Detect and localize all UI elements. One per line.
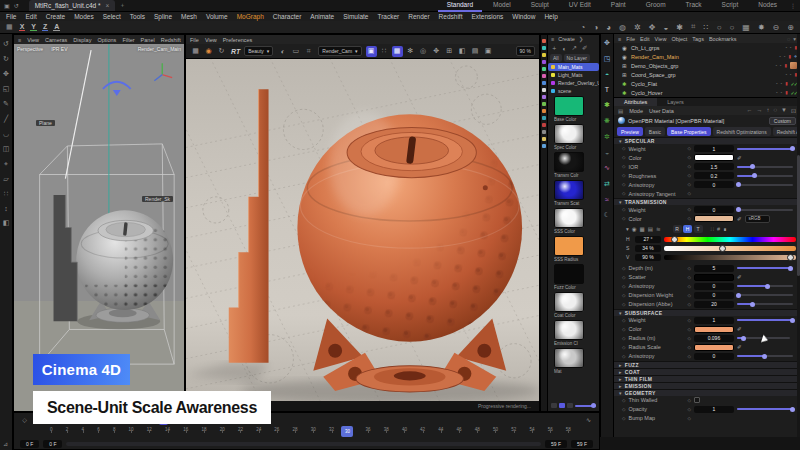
texture-eyedropper-icon[interactable]: ✐ xyxy=(737,155,742,161)
menu-item[interactable]: Mesh xyxy=(181,13,197,20)
property-tab[interactable]: Basic xyxy=(645,127,665,136)
channel-value-field[interactable]: 27 ° xyxy=(635,236,661,243)
menu-item[interactable]: Simulate xyxy=(343,13,368,20)
color-swatch[interactable] xyxy=(694,344,734,351)
texture-eyedropper-icon[interactable]: ✐ xyxy=(737,216,742,222)
value-field[interactable]: 0 xyxy=(694,283,734,290)
material-layer[interactable]: scene xyxy=(548,87,599,95)
zoom-level-field[interactable]: 90 % xyxy=(516,46,535,56)
objects-menu-item[interactable]: View xyxy=(655,36,667,42)
anim-diamond-icon[interactable]: ◇ xyxy=(622,318,625,323)
hex-input-icon[interactable]: # xyxy=(717,226,720,232)
move-tool-icon[interactable]: ✥ xyxy=(3,70,9,78)
range-start2-field[interactable]: 0 F xyxy=(43,440,62,448)
channel-value-field[interactable]: 34 % xyxy=(635,245,661,252)
render-dot-icon[interactable]: ▪ xyxy=(790,45,791,50)
menu-item[interactable]: Render xyxy=(408,13,429,20)
color-wheel-icon[interactable]: ◉ xyxy=(632,226,637,232)
compact-view-icon[interactable]: ∎ xyxy=(723,226,727,232)
anim-diamond-icon[interactable]: ◇ xyxy=(622,345,625,350)
axis-lock-button[interactable]: Y xyxy=(30,23,37,31)
render-dot-icon[interactable]: ▪ xyxy=(784,54,785,59)
object-tree-row[interactable]: ✱ Cyclo_Flat ▪ ▪ ▮ ✓✓ ⌖ xyxy=(614,79,800,88)
anim-diamond-icon[interactable]: ◇ xyxy=(622,266,625,271)
anim-diamond-icon[interactable]: ◇ xyxy=(622,207,625,212)
range-end-field[interactable]: 59 F xyxy=(545,440,567,448)
workspace-tab[interactable]: Paint xyxy=(602,0,635,12)
collapsed-section-header[interactable]: ▸ THIN FILM xyxy=(614,375,800,382)
material-swatch[interactable]: Spec Color xyxy=(548,123,599,151)
close-tab-icon[interactable]: × xyxy=(105,2,109,9)
anim-diamond-icon[interactable]: ◇ xyxy=(622,327,625,332)
value-field[interactable]: 0 xyxy=(694,181,734,188)
property-tab[interactable]: Preview xyxy=(617,127,643,136)
layer-bar-icon[interactable]: ▮ xyxy=(785,63,787,68)
anim-diamond-icon[interactable]: ◇ xyxy=(622,398,625,403)
key-diamond-icon[interactable]: ◇ xyxy=(687,398,690,403)
material-thumbnail[interactable] xyxy=(554,264,584,284)
property-tab[interactable]: Base Properties xyxy=(667,127,711,136)
visibility-dot-icon[interactable]: ▪ xyxy=(776,63,777,68)
workspace-tab[interactable]: Sculpt xyxy=(522,0,558,12)
menu-item[interactable]: Help xyxy=(544,13,557,20)
simulation-icon[interactable]: ◒ xyxy=(663,23,668,32)
workspace-tab[interactable]: Model xyxy=(484,0,520,12)
render-dot-icon[interactable]: ▪ xyxy=(780,63,781,68)
property-row[interactable]: ◇ Color ◇ ✐ xyxy=(614,153,800,162)
object-tree-row[interactable]: ⊞ Demo_Objects_grp ▪ ▪ ▮ ✓✓ ⌖ xyxy=(614,61,800,70)
anim-diamond-icon[interactable]: ◇ xyxy=(622,173,625,178)
dynamics-icon[interactable]: ✱ xyxy=(676,23,683,32)
key-diamond-icon[interactable]: ◇ xyxy=(687,216,690,221)
material-ball-icon[interactable]: ◐ xyxy=(563,45,567,52)
key-diamond-icon[interactable]: ◇ xyxy=(687,327,690,332)
property-row[interactable]: ◇ Opacity ◇ 1 xyxy=(614,405,800,414)
menu-item[interactable]: Volume xyxy=(206,13,228,20)
material-thumbnail[interactable] xyxy=(554,208,584,228)
mini-color-icon[interactable] xyxy=(542,95,546,99)
spline-icon[interactable]: ∿ xyxy=(604,164,610,172)
texture-eyedropper-icon[interactable]: ✐ xyxy=(737,274,742,280)
slider[interactable] xyxy=(737,209,793,211)
viewport-menu-item[interactable]: Options xyxy=(97,37,116,43)
value-field[interactable]: 20 xyxy=(694,301,734,308)
anim-diamond-icon[interactable]: ◇ xyxy=(622,191,625,196)
render-to-picture-icon[interactable]: ▦ xyxy=(190,46,201,57)
range-start-field[interactable]: 0 F xyxy=(20,440,39,448)
mini-color-icon[interactable] xyxy=(542,74,546,78)
slider[interactable] xyxy=(737,166,793,168)
collapsed-section-header[interactable]: ▸ EMISSION xyxy=(614,382,800,389)
property-row[interactable]: ◇ Bump Map ◇ xyxy=(614,414,800,423)
workspace-tab[interactable]: Nodes xyxy=(749,0,786,12)
undo-icon[interactable]: ↺ xyxy=(3,40,9,48)
snap-icon[interactable]: ∷ xyxy=(4,190,8,198)
anim-diamond-icon[interactable]: ◇ xyxy=(622,155,625,160)
mini-color-icon[interactable] xyxy=(542,102,546,106)
material-swatch[interactable]: SSS Radius xyxy=(548,235,599,263)
slider[interactable] xyxy=(737,175,793,177)
custom-button[interactable]: Custom xyxy=(769,117,796,125)
picker-mode-button[interactable]: H xyxy=(683,225,692,233)
search-icon[interactable]: ◌ xyxy=(773,107,777,114)
key-diamond-icon[interactable]: ◇ xyxy=(687,266,690,271)
refresh-icon[interactable]: ↻ xyxy=(216,46,227,57)
search-icon[interactable]: ◌ xyxy=(787,36,790,42)
value-field[interactable]: 5 xyxy=(694,265,734,272)
mini-color-icon[interactable] xyxy=(542,144,546,148)
key-diamond-icon[interactable]: ◇ xyxy=(687,345,690,350)
mini-color-icon[interactable] xyxy=(542,130,546,134)
redo-icon[interactable]: ↻ xyxy=(3,55,9,63)
section-transmission[interactable]: ▾ TRANSMISSION xyxy=(614,198,800,205)
hud-renderer[interactable]: IPR EV xyxy=(51,46,67,52)
window-undo-icon[interactable]: ↺ xyxy=(14,2,19,9)
copy-image-icon[interactable]: ▣ xyxy=(483,46,494,57)
value-field[interactable]: 0.096 xyxy=(694,335,734,342)
cube-icon[interactable]: ◳ xyxy=(604,55,611,63)
property-row[interactable]: ◇ Radius (m) ◇ 0.096 ✐ xyxy=(614,334,800,343)
region-icon[interactable]: ▭ xyxy=(290,46,301,57)
render-dot-icon[interactable]: ▪ xyxy=(781,90,782,95)
color-sliders-icon[interactable]: ≋ xyxy=(656,226,661,232)
anim-diamond-icon[interactable]: ◇ xyxy=(622,275,625,280)
value-field[interactable]: 1 xyxy=(694,317,734,324)
value-field[interactable]: 1 xyxy=(694,406,734,413)
menu-item[interactable]: File xyxy=(6,13,16,20)
